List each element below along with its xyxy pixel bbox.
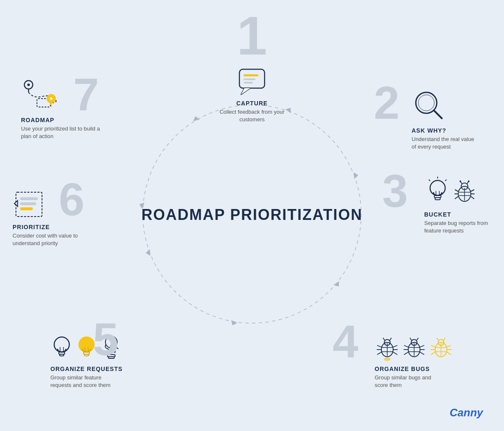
- svg-line-69: [431, 345, 435, 347]
- step-3-desc: Separate bug reports from feature reques…: [424, 219, 491, 235]
- orgbugs-icon: 4: [375, 335, 454, 362]
- svg-point-20: [430, 180, 445, 196]
- svg-line-78: [437, 338, 438, 340]
- svg-line-66: [417, 338, 418, 340]
- orgreq-icon: 5: [50, 333, 123, 362]
- svg-line-30: [471, 190, 474, 191]
- svg-line-74: [447, 352, 451, 355]
- svg-rect-22: [435, 198, 440, 200]
- svg-rect-95: [20, 197, 38, 200]
- step-2-desc: Understand the real value of every reque…: [412, 136, 479, 151]
- capture-icon: [235, 67, 269, 97]
- step-1-number: 1: [237, 5, 267, 66]
- svg-marker-2: [229, 320, 237, 327]
- step-7-desc: Use your prioritized list to build a pla…: [21, 125, 105, 140]
- svg-point-14: [416, 92, 437, 113]
- step-1-label: CAPTURE: [236, 100, 268, 107]
- svg-rect-11: [244, 82, 253, 84]
- main-container: ROADMAP PRIORITIZATION 1 CAPTURE Collect…: [0, 0, 504, 431]
- step-3-bucket: 3: [407, 176, 491, 235]
- svg-line-72: [447, 345, 451, 347]
- svg-line-71: [431, 352, 435, 355]
- step-3-label: BUCKET: [424, 211, 451, 218]
- step-1-desc: Collect feedback from your customers: [218, 108, 286, 123]
- main-title: ROADMAP PRIORITIZATION: [142, 206, 363, 224]
- center-title: ROADMAP PRIORITIZATION: [142, 206, 363, 224]
- step-5-desc: Group similar feature requests and score…: [50, 374, 118, 389]
- step-2-label: ASK WHY?: [412, 127, 446, 134]
- step-6-label: PRIORITIZE: [13, 224, 50, 230]
- step-7-roadmap: 7 ROADMAP Use your prioritized list to b…: [21, 76, 105, 140]
- step-1-capture: 1 CAPTURE Collect feedback from your cus…: [218, 8, 286, 123]
- svg-marker-7: [354, 172, 358, 179]
- svg-marker-1: [333, 281, 341, 288]
- step-4-desc: Group similar bugs and score them: [375, 374, 442, 389]
- svg-line-44: [377, 352, 381, 355]
- roadmap-icon: 7: [21, 76, 67, 113]
- svg-line-56: [404, 345, 408, 347]
- step-5-label: ORGANIZE REQUESTS: [50, 366, 123, 372]
- svg-line-45: [393, 345, 397, 347]
- step-5-orgreq: 5: [50, 333, 123, 389]
- step-4-label: ORGANIZE BUGS: [375, 366, 430, 372]
- svg-line-51: [383, 338, 385, 340]
- svg-rect-10: [244, 78, 255, 80]
- svg-point-38: [459, 180, 461, 182]
- svg-line-32: [471, 196, 474, 199]
- svg-rect-97: [20, 207, 33, 210]
- svg-line-18: [445, 180, 446, 181]
- svg-line-58: [404, 352, 408, 355]
- svg-line-59: [420, 345, 424, 347]
- svg-line-42: [377, 345, 381, 347]
- step-2-askwhy: 2 ASK WHY? Understand the real value of …: [399, 88, 479, 151]
- bucket-icon: 3: [424, 176, 476, 208]
- step-6-desc: Consider cost with value to understand p…: [13, 232, 88, 247]
- svg-line-47: [393, 352, 397, 355]
- svg-rect-9: [244, 74, 258, 76]
- svg-point-15: [418, 95, 434, 111]
- svg-line-27: [455, 190, 458, 191]
- svg-line-19: [429, 180, 430, 181]
- svg-point-39: [468, 180, 470, 182]
- svg-line-65: [410, 338, 412, 340]
- svg-rect-96: [20, 202, 36, 205]
- svg-marker-6: [286, 106, 294, 113]
- svg-point-104: [50, 97, 52, 100]
- svg-line-29: [455, 196, 458, 199]
- canny-brand: Canny: [450, 406, 483, 419]
- prioritize-icon: 6: [13, 189, 50, 220]
- svg-line-52: [390, 338, 391, 340]
- svg-marker-3: [145, 249, 150, 256]
- svg-point-53: [384, 358, 391, 361]
- step-4-orgbugs: 4: [375, 335, 454, 389]
- svg-rect-82: [60, 354, 64, 356]
- svg-line-79: [444, 338, 445, 340]
- step-7-label: ROADMAP: [21, 117, 54, 123]
- askwhy-icon: 2: [412, 88, 445, 124]
- svg-point-80: [54, 337, 69, 352]
- svg-line-61: [420, 352, 424, 355]
- svg-line-16: [434, 111, 442, 118]
- svg-point-100: [27, 84, 30, 86]
- step-6-prioritize: 6 PRIORITIZE Consider cost with value to…: [13, 189, 88, 247]
- svg-marker-5: [192, 115, 200, 121]
